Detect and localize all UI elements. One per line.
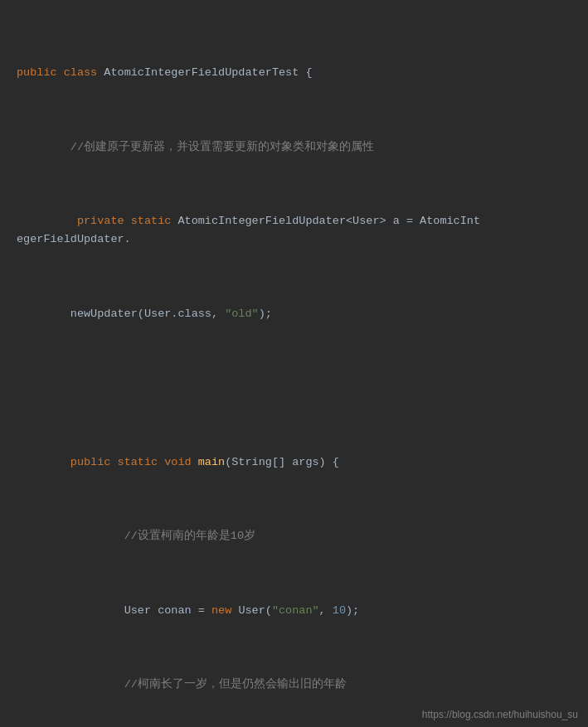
line-5 xyxy=(17,379,571,397)
line-2: //创建原子更新器，并设置需要更新的对象类和对象的属性 xyxy=(17,138,571,157)
line-7: //设置柯南的年龄是10岁 xyxy=(17,527,571,545)
code-container: public class AtomicIntegerFieldUpdaterTe… xyxy=(0,0,588,727)
code-block: public class AtomicIntegerFieldUpdaterTe… xyxy=(0,8,588,727)
line-3b: egerFieldUpdater. xyxy=(17,230,571,249)
line-3: private static AtomicIntegerFieldUpdater… xyxy=(17,212,571,230)
line-1: public class AtomicIntegerFieldUpdaterTe… xyxy=(17,64,571,82)
watermark: https://blog.csdn.net/huihuishou_su xyxy=(422,709,578,720)
line-6: public static void main(String[] args) { xyxy=(17,453,571,472)
line-4: newUpdater(User.class, "old"); xyxy=(17,305,571,323)
line-9: //柯南长了一岁，但是仍然会输出旧的年龄 xyxy=(17,676,571,694)
line-8: User conan = new User("conan", 10); xyxy=(17,602,571,620)
